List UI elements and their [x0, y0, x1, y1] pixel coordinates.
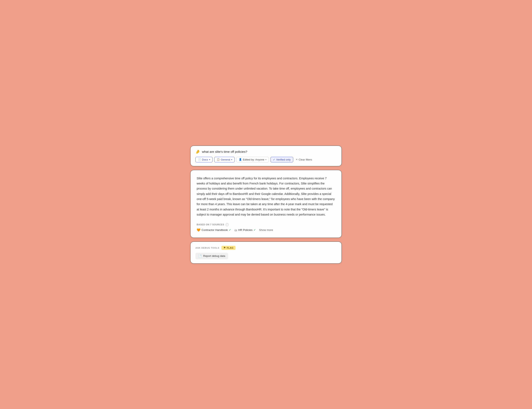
contractor-handbook-check: ✓ [229, 228, 231, 232]
docs-filter-label: Docs [202, 158, 208, 161]
docs-filter-arrow: ▾ [209, 158, 210, 161]
answer-card: Slite offers a comprehensive time off po… [190, 170, 342, 238]
close-icon: ✕ [296, 158, 298, 161]
contractor-handbook-emoji: 🧡 [197, 228, 200, 232]
general-filter-icon: 📋 [217, 158, 220, 161]
clear-filters-button[interactable]: ✕ Clear filters [295, 157, 313, 162]
debug-header: ASK DEBUG TOOLS ⚑ FLAG [195, 246, 337, 250]
main-container: 🤌 what are slite's time off policies? 📄 … [190, 146, 342, 264]
report-doc-icon: 📄 [198, 254, 202, 258]
edited-filter-label: Edited by: Anyone [243, 158, 264, 161]
source-hr-policies[interactable]: 🗂 HR Policies ✓ [234, 228, 256, 232]
report-btn-label: Report debug data [203, 254, 225, 258]
clear-filters-label: Clear filters [299, 158, 312, 161]
flag-icon: ⚑ [223, 246, 226, 249]
verified-check-icon: ✓ [273, 158, 275, 161]
debug-label: ASK DEBUG TOOLS [195, 247, 219, 249]
general-filter-label: General [221, 158, 230, 161]
report-debug-button[interactable]: 📄 Report debug data [195, 253, 228, 259]
verified-filter[interactable]: ✓ Verified only [270, 157, 293, 162]
sources-row: 🧡 Contractor Handbook ✓ 🗂 HR Policies ✓ … [197, 228, 335, 232]
search-query-text: what are slite's time off policies? [202, 150, 247, 154]
search-row: 🤌 what are slite's time off policies? [195, 149, 337, 154]
hand-icon: 🤌 [195, 149, 200, 154]
show-more-button[interactable]: Show more [259, 228, 273, 232]
edited-filter[interactable]: 👤 Edited by: Anyone ▾ [236, 157, 269, 162]
hr-policies-check: ✓ [254, 228, 256, 232]
info-icon: i [226, 223, 228, 226]
filters-row: 📄 Docs ▾ 📋 General ▾ 👤 Edited by: Anyone… [195, 157, 337, 162]
source-contractor-handbook[interactable]: 🧡 Contractor Handbook ✓ [197, 228, 231, 232]
flag-badge: ⚑ FLAG [221, 246, 236, 250]
hr-policies-icon: 🗂 [234, 228, 237, 232]
flag-label: FLAG [227, 247, 233, 249]
general-filter[interactable]: 📋 General ▾ [214, 157, 235, 162]
debug-card: ASK DEBUG TOOLS ⚑ FLAG 📄 Report debug da… [190, 242, 342, 264]
docs-filter-icon: 📄 [198, 158, 201, 161]
edited-filter-arrow: ▾ [265, 158, 266, 161]
hr-policies-name: HR Policies [238, 228, 253, 232]
docs-filter[interactable]: 📄 Docs ▾ [195, 157, 213, 162]
sources-label-text: BASED ON 7 SOURCES [197, 223, 224, 226]
edited-filter-icon: 👤 [239, 158, 242, 161]
verified-filter-label: Verified only [276, 158, 291, 161]
answer-body: Slite offers a comprehensive time off po… [197, 176, 335, 217]
general-filter-arrow: ▾ [231, 158, 232, 161]
search-card: 🤌 what are slite's time off policies? 📄 … [190, 146, 342, 166]
sources-label: BASED ON 7 SOURCES i [197, 223, 335, 226]
contractor-handbook-name: Contractor Handbook [201, 228, 228, 232]
